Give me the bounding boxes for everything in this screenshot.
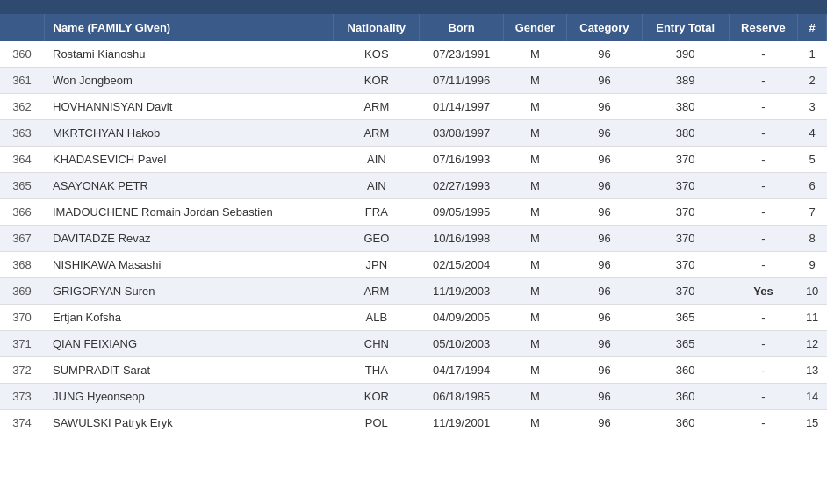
col-header-rank: # [798,14,827,41]
cell-category: 96 [567,68,643,94]
cell-reserve: - [729,173,798,199]
cell-nationality: GEO [334,226,420,252]
cell-category: 96 [567,331,643,357]
cell-entry-total: 370 [642,226,729,252]
cell-rank: 7 [798,199,827,226]
cell-reserve: - [729,94,798,120]
cell-category: 96 [567,410,643,436]
cell-rank: 13 [798,357,827,384]
cell-reserve: Yes [729,278,798,305]
cell-category: 96 [567,41,643,68]
cell-name: HOVHANNISYAN Davit [44,94,334,120]
cell-born: 03/08/1997 [420,120,503,147]
cell-row-num: 364 [0,147,44,173]
cell-born: 07/16/1993 [420,147,503,173]
cell-rank: 3 [798,94,827,120]
cell-entry-total: 370 [642,147,729,173]
table-row: 368 NISHIKAWA Masashi JPN 02/15/2004 M 9… [0,252,827,278]
cell-entry-total: 360 [642,384,729,410]
cell-gender: M [503,120,566,147]
cell-entry-total: 370 [642,252,729,278]
cell-entry-total: 380 [642,120,729,147]
cell-nationality: ARM [334,278,420,305]
cell-nationality: ARM [334,120,420,147]
cell-row-num: 365 [0,173,44,199]
cell-name: JUNG Hyeonseop [44,384,334,410]
cell-gender: M [503,410,566,436]
cell-nationality: ARM [334,94,420,120]
cell-rank: 6 [798,173,827,199]
results-table: Name (FAMILY Given) Nationality Born Gen… [0,14,827,436]
cell-category: 96 [567,278,643,305]
cell-row-num: 362 [0,94,44,120]
table-row: 374 SAWULSKI Patryk Eryk POL 11/19/2001 … [0,410,827,436]
cell-category: 96 [567,226,643,252]
cell-name: Rostami Kianoshu [44,41,334,68]
cell-nationality: FRA [334,199,420,226]
cell-born: 10/16/1998 [420,226,503,252]
table-row: 367 DAVITADZE Revaz GEO 10/16/1998 M 96 … [0,226,827,252]
cell-entry-total: 360 [642,410,729,436]
table-row: 369 GRIGORYAN Suren ARM 11/19/2003 M 96 … [0,278,827,305]
cell-category: 96 [567,384,643,410]
table-row: 373 JUNG Hyeonseop KOR 06/18/1985 M 96 3… [0,384,827,410]
table-body: 360 Rostami Kianoshu KOS 07/23/1991 M 96… [0,41,827,436]
cell-born: 02/27/1993 [420,173,503,199]
col-header-nationality: Nationality [334,14,420,41]
cell-name: IMADOUCHENE Romain Jordan Sebastien [44,199,334,226]
cell-rank: 12 [798,331,827,357]
cell-name: ASAYONAK PETR [44,173,334,199]
cell-row-num: 360 [0,41,44,68]
cell-name: DAVITADZE Revaz [44,226,334,252]
cell-reserve: - [729,199,798,226]
cell-born: 01/14/1997 [420,94,503,120]
cell-rank: 10 [798,278,827,305]
cell-reserve: - [729,252,798,278]
cell-gender: M [503,41,566,68]
cell-nationality: JPN [334,252,420,278]
cell-born: 07/23/1991 [420,41,503,68]
cell-born: 11/19/2003 [420,278,503,305]
cell-gender: M [503,94,566,120]
cell-reserve: - [729,120,798,147]
table-row: 370 Ertjan Kofsha ALB 04/09/2005 M 96 36… [0,305,827,331]
cell-reserve: - [729,384,798,410]
cell-row-num: 371 [0,331,44,357]
col-header-name: Name (FAMILY Given) [44,14,334,41]
table-row: 366 IMADOUCHENE Romain Jordan Sebastien … [0,199,827,226]
cell-reserve: - [729,41,798,68]
cell-reserve: - [729,331,798,357]
cell-name: NISHIKAWA Masashi [44,252,334,278]
cell-row-num: 361 [0,68,44,94]
cell-born: 05/10/2003 [420,331,503,357]
cell-reserve: - [729,226,798,252]
cell-gender: M [503,305,566,331]
cell-born: 11/19/2001 [420,410,503,436]
cell-category: 96 [567,94,643,120]
cell-name: Ertjan Kofsha [44,305,334,331]
cell-nationality: AIN [334,173,420,199]
cell-name: MKRTCHYAN Hakob [44,120,334,147]
cell-rank: 4 [798,120,827,147]
col-header-entry-total: Entry Total [642,14,729,41]
cell-entry-total: 370 [642,173,729,199]
table-row: 372 SUMPRADIT Sarat THA 04/17/1994 M 96 … [0,357,827,384]
cell-entry-total: 365 [642,331,729,357]
cell-name: Won Jongbeom [44,68,334,94]
cell-entry-total: 370 [642,278,729,305]
table-row: 362 HOVHANNISYAN Davit ARM 01/14/1997 M … [0,94,827,120]
cell-category: 96 [567,305,643,331]
cell-entry-total: 370 [642,199,729,226]
table-row: 363 MKRTCHYAN Hakob ARM 03/08/1997 M 96 … [0,120,827,147]
cell-reserve: - [729,147,798,173]
table-row: 365 ASAYONAK PETR AIN 02/27/1993 M 96 37… [0,173,827,199]
cell-rank: 9 [798,252,827,278]
table-row: 361 Won Jongbeom KOR 07/11/1996 M 96 389… [0,68,827,94]
cell-category: 96 [567,252,643,278]
cell-nationality: KOS [334,41,420,68]
cell-gender: M [503,68,566,94]
col-header-reserve: Reserve [729,14,798,41]
col-header-gender: Gender [503,14,566,41]
cell-gender: M [503,278,566,305]
cell-rank: 14 [798,384,827,410]
